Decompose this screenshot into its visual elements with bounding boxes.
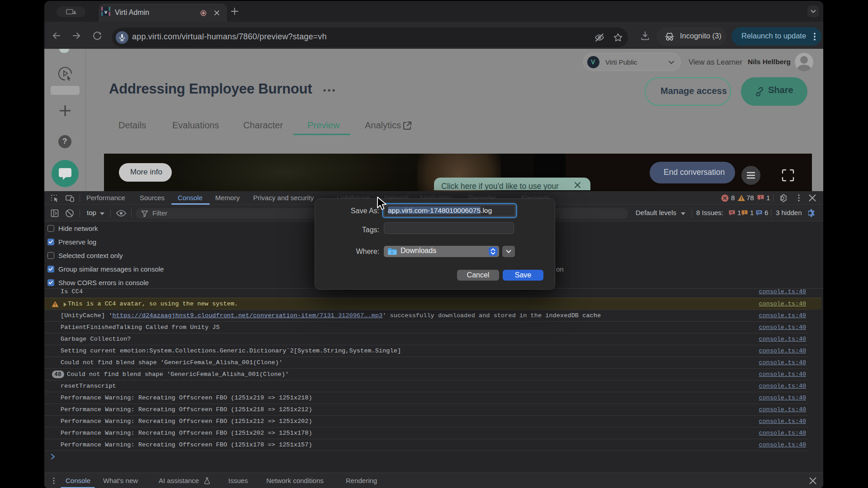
svg-text:v: v (104, 9, 108, 14)
